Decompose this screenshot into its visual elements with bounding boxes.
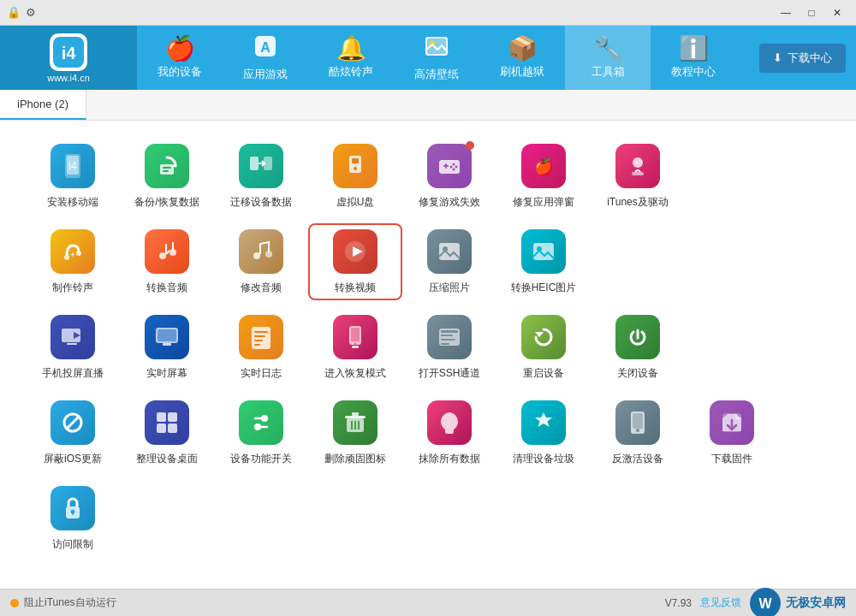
block-update-label: 屏蔽iOS更新 [44,452,102,466]
migrate-icon [239,144,283,188]
nav-app-games[interactable]: A 应用游戏 [223,26,308,90]
block-update-icon [51,400,95,445]
svg-rect-37 [439,243,460,260]
svg-rect-49 [254,335,265,337]
close-button[interactable]: ✕ [825,4,849,21]
tool-virtual-udisk[interactable]: 虚拟U盘 [308,138,402,215]
tool-access-restrict[interactable]: 访问限制 [26,480,120,557]
download-center-button[interactable]: ⬇ 下载中心 [759,44,846,73]
tool-recovery-mode[interactable]: 进入恢复模式 [308,309,402,386]
logo-area[interactable]: i4 www.i4.cn [0,26,137,90]
nav-ringtones[interactable]: 🔔 酷炫铃声 [308,26,394,90]
tool-open-ssh[interactable]: 打开SSH通道 [402,309,496,386]
nav-toolbox[interactable]: 🔧 工具箱 [565,26,651,90]
svg-text:i4: i4 [62,44,77,62]
tool-row-4: 屏蔽iOS更新 整理设备桌面 设备功能开关 删除顽固图标 抹除所有数据 [26,394,830,471]
tab-iphone-label: iPhone (2) [17,98,68,110]
tool-convert-heic[interactable]: 转换HEIC图片 [496,223,591,300]
shutdown-icon [615,315,660,359]
tool-screen-live[interactable]: 手机投屏直播 [26,309,120,386]
tool-convert-audio[interactable]: 转换音频 [120,223,214,300]
tool-block-ios-update[interactable]: 屏蔽iOS更新 [26,394,120,471]
backup-label: 备份/恢复数据 [134,195,199,210]
svg-rect-51 [254,344,260,346]
svg-rect-64 [168,412,177,422]
svg-point-29 [76,251,81,256]
tool-migrate-data[interactable]: 迁移设备数据 [214,138,308,215]
restart-icon [521,315,566,359]
tool-make-ringtone[interactable]: + 制作铃声 [26,223,120,300]
fix-popup-icon: 🍎 [521,144,566,188]
fix-game-icon [427,144,472,188]
tool-organize-desktop[interactable]: 整理设备桌面 [120,394,214,471]
svg-rect-59 [441,339,455,341]
tool-fix-game[interactable]: 修复游戏失效 [402,138,496,215]
realtime-log-icon [239,315,283,359]
svg-point-28 [64,255,69,260]
minimize-button[interactable]: — [774,4,798,21]
tool-device-func-switch[interactable]: 设备功能开关 [214,394,308,471]
svg-rect-48 [254,331,268,333]
screen-live-label: 手机投屏直播 [42,366,104,381]
tool-compress-photo[interactable]: 压缩照片 [402,223,496,300]
svg-rect-65 [157,424,166,433]
convert-heic-label: 转换HEIC图片 [511,281,577,295]
screen-live-icon [51,315,95,359]
svg-rect-10 [160,164,174,175]
svg-rect-81 [72,512,74,515]
nav-jailbreak-label: 刷机越狱 [500,64,544,80]
tool-realtime-screen[interactable]: 实时屏幕 [120,309,214,386]
nav-items: 🍎 我的设备 A 应用游戏 🔔 酷炫铃声 高清壁纸 📦 刷机越狱 🔧 工具箱 [137,26,759,90]
tool-restart-device[interactable]: 重启设备 [496,309,591,386]
tab-iphone[interactable]: iPhone (2) [0,90,86,120]
svg-rect-58 [441,335,453,336]
tool-fix-app-popup[interactable]: 🍎 修复应用弹窗 [496,138,591,215]
svg-rect-53 [351,328,360,341]
delete-icon-label: 删除顽固图标 [324,452,386,466]
tool-install-app[interactable]: i4 安装移动端 [26,138,120,215]
svg-point-34 [265,251,272,258]
tool-itunes-driver[interactable]: iTunes及驱动 [591,138,685,215]
notification-badge [466,141,474,150]
nav-jailbreak[interactable]: 📦 刷机越狱 [479,26,565,90]
tool-download-firmware[interactable]: 下载固件 [685,394,779,471]
udisk-label: 虚拟U盘 [336,195,375,210]
svg-rect-12 [163,170,169,172]
svg-text:i4: i4 [68,160,77,172]
svg-point-55 [354,343,356,345]
nav-ringtones-label: 酷炫铃声 [329,64,373,80]
open-ssh-label: 打开SSH通道 [419,366,481,381]
nav-tutorial[interactable]: ℹ️ 教程中心 [651,26,736,90]
open-ssh-icon [427,315,472,359]
watermark-logo: W 无极安卓网 [750,588,846,617]
tool-edit-audio[interactable]: 修改音频 [214,223,308,300]
tool-realtime-log[interactable]: 实时日志 [214,309,308,386]
tool-row-5: 访问限制 [26,480,830,557]
svg-rect-20 [445,163,447,169]
tool-row-1: i4 安装移动端 备份/恢复数据 迁移设备数据 虚拟U盘 [26,138,830,215]
window-controls[interactable]: — □ ✕ [774,4,849,21]
maximize-button[interactable]: □ [800,4,823,21]
nav-my-device[interactable]: 🍎 我的设备 [137,26,223,90]
convert-audio-label: 转换音频 [146,281,187,295]
tool-deactivate[interactable]: 反激活设备 [591,394,685,471]
svg-rect-63 [157,412,166,422]
recovery-mode-icon [333,315,377,359]
svg-rect-70 [345,416,366,418]
svg-rect-43 [67,343,77,345]
feedback-link[interactable]: 意见反馈 [700,595,741,610]
tool-shutdown-device[interactable]: 关闭设备 [591,309,685,386]
compress-photo-label: 压缩照片 [429,281,470,295]
tool-erase-all-data[interactable]: 抹除所有数据 [402,394,496,471]
tool-convert-video[interactable]: 转换视频 [308,223,402,300]
svg-rect-13 [250,157,259,170]
tool-backup-restore[interactable]: 备份/恢复数据 [120,138,214,215]
svg-rect-11 [163,167,171,169]
install-app-label: 安装移动端 [47,195,98,210]
svg-rect-47 [252,327,270,349]
tool-clean-junk[interactable]: 清理设备垃圾 [496,394,591,471]
svg-point-33 [253,252,260,259]
titlebar-icons: 🔒 ⚙ [7,6,36,19]
tool-delete-stubborn-icon[interactable]: 删除顽固图标 [308,394,402,471]
nav-wallpaper[interactable]: 高清壁纸 [394,26,479,90]
